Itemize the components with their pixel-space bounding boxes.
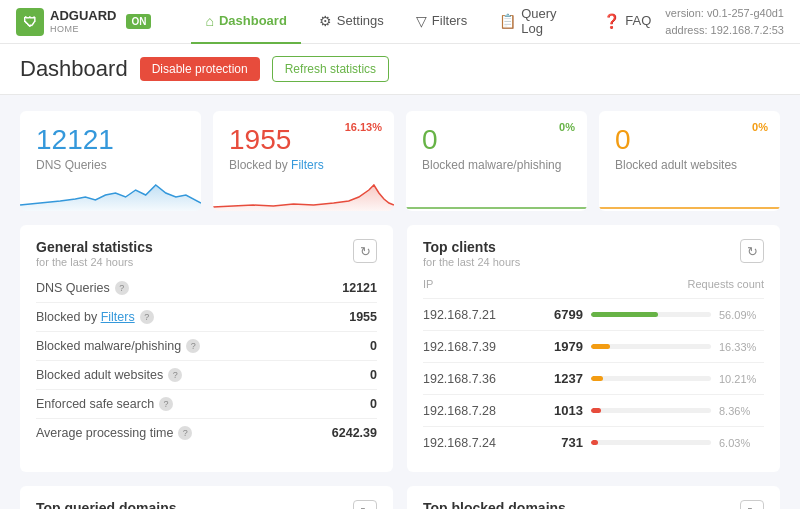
main-content: 12121 DNS Queries 16.13% 1955 [0, 95, 800, 509]
disable-protection-button[interactable]: Disable protection [140, 57, 260, 81]
refresh-statistics-button[interactable]: Refresh statistics [272, 56, 389, 82]
stat-value-safesearch: 0 [370, 397, 377, 411]
page-title: Dashboard [20, 56, 128, 82]
client-ip: 192.168.7.24 [423, 436, 523, 450]
bar-wrap [591, 344, 711, 349]
stat-value-avg-time: 6242.39 [332, 426, 377, 440]
top-blocked-panel: Top blocked domains for the last 24 hour… [407, 486, 780, 509]
logo-text: ADGUARD [50, 9, 116, 23]
client-ip: 192.168.7.36 [423, 372, 523, 386]
clients-table-header: IP Requests count [423, 274, 764, 299]
dns-queries-info-icon[interactable]: ? [115, 281, 129, 295]
version-line2: address: 192.168.7.2:53 [665, 22, 784, 39]
malware-info-icon[interactable]: ? [186, 339, 200, 353]
client-bar-area: 731 6.03% [523, 435, 764, 450]
stat-value-blocked: 1955 [349, 310, 377, 324]
general-stats-header: General statistics for the last 24 hours… [36, 239, 377, 268]
blocked-filters-label: Blocked by Filters [229, 158, 378, 172]
stat-row-safesearch: Enforced safe search ? 0 [36, 390, 377, 419]
nav-link-filters[interactable]: ▽ Filters [402, 0, 481, 44]
clients-col-ip: IP [423, 278, 433, 290]
blocked-filters-percent: 16.13% [345, 121, 382, 133]
top-queried-refresh-button[interactable]: ↻ [353, 500, 377, 509]
blocked-adult-label: Blocked adult websites [615, 158, 764, 172]
stat-label-dns: DNS Queries [36, 281, 110, 295]
stat-row-blocked-filters: Blocked by Filters ? 1955 [36, 303, 377, 332]
client-bar-area: 1979 16.33% [523, 339, 764, 354]
clients-list: 192.168.7.21 6799 56.09% 192.168.7.39 19… [423, 299, 764, 458]
stat-value-dns: 12121 [342, 281, 377, 295]
stat-row-adult: Blocked adult websites ? 0 [36, 361, 377, 390]
stat-row-malware: Blocked malware/phishing ? 0 [36, 332, 377, 361]
bar-fill [591, 408, 601, 413]
client-count: 731 [543, 435, 583, 450]
top-clients-title: Top clients [423, 239, 520, 255]
querylog-icon: 📋 [499, 13, 516, 29]
dashboard-icon: ⌂ [205, 13, 213, 29]
nav-links: ⌂ Dashboard ⚙ Settings ▽ Filters 📋 Query… [191, 0, 665, 44]
blocked-filters-chart [213, 175, 394, 211]
blocked-filters-info-icon[interactable]: ? [140, 310, 154, 324]
client-bar-area: 1013 8.36% [523, 403, 764, 418]
stat-label-malware: Blocked malware/phishing [36, 339, 181, 353]
top-nav: 🛡 ADGUARD HOME ON ⌂ Dashboard ⚙ Settings… [0, 0, 800, 44]
general-stats-panel: General statistics for the last 24 hours… [20, 225, 393, 472]
stat-label-blocked: Blocked by Filters [36, 310, 135, 324]
dns-queries-chart [20, 175, 201, 211]
client-count: 1013 [543, 403, 583, 418]
general-stats-title-block: General statistics for the last 24 hours [36, 239, 153, 268]
nav-link-faq[interactable]: ❓ FAQ [589, 0, 665, 44]
client-pct: 56.09% [719, 309, 764, 321]
general-stats-refresh-button[interactable]: ↻ [353, 239, 377, 263]
top-clients-refresh-button[interactable]: ↻ [740, 239, 764, 263]
top-blocked-refresh-button[interactable]: ↻ [740, 500, 764, 509]
bar-fill [591, 376, 603, 381]
stat-label-adult: Blocked adult websites [36, 368, 163, 382]
logo-shield: 🛡 [16, 8, 44, 36]
nav-link-settings[interactable]: ⚙ Settings [305, 0, 398, 44]
page-header: Dashboard Disable protection Refresh sta… [0, 44, 800, 95]
general-stats-rows: DNS Queries ? 12121 Blocked by Filters ?… [36, 274, 377, 447]
general-stats-title: General statistics [36, 239, 153, 255]
client-pct: 8.36% [719, 405, 764, 417]
top-clients-panel: Top clients for the last 24 hours ↻ IP R… [407, 225, 780, 472]
top-queried-title: Top queried domains [36, 500, 177, 509]
stat-card-blocked-adult: 0% 0 Blocked adult websites [599, 111, 780, 211]
clients-col-requests: Requests count [688, 278, 764, 290]
stats-cards-row: 12121 DNS Queries 16.13% 1955 [20, 111, 780, 211]
dns-queries-label: DNS Queries [36, 158, 185, 172]
stat-card-dns-queries: 12121 DNS Queries [20, 111, 201, 211]
top-clients-header: Top clients for the last 24 hours ↻ [423, 239, 764, 268]
blocked-adult-percent: 0% [752, 121, 768, 133]
top-queried-title-block: Top queried domains for the last 24 hour… [36, 500, 177, 509]
general-stats-subtitle: for the last 24 hours [36, 256, 153, 268]
nav-link-dashboard[interactable]: ⌂ Dashboard [191, 0, 300, 44]
stat-label-safesearch: Enforced safe search [36, 397, 154, 411]
client-row: 192.168.7.39 1979 16.33% [423, 331, 764, 363]
safesearch-info-icon[interactable]: ? [159, 397, 173, 411]
avg-time-info-icon[interactable]: ? [178, 426, 192, 440]
middle-panels-row: General statistics for the last 24 hours… [20, 225, 780, 472]
client-row: 192.168.7.28 1013 8.36% [423, 395, 764, 427]
bar-fill [591, 440, 598, 445]
version-info: version: v0.1-257-g40d1 address: 192.168… [665, 5, 784, 38]
top-queried-header: Top queried domains for the last 24 hour… [36, 500, 377, 509]
nav-link-querylog[interactable]: 📋 Query Log [485, 0, 585, 44]
version-line1: version: v0.1-257-g40d1 [665, 5, 784, 22]
blocked-malware-label: Blocked malware/phishing [422, 158, 571, 172]
bar-wrap [591, 312, 711, 317]
client-bar-area: 1237 10.21% [523, 371, 764, 386]
blocked-malware-chart [406, 175, 587, 211]
bar-fill [591, 344, 610, 349]
client-ip: 192.168.7.21 [423, 308, 523, 322]
top-clients-title-block: Top clients for the last 24 hours [423, 239, 520, 268]
blocked-adult-chart [599, 175, 780, 211]
adult-info-icon[interactable]: ? [168, 368, 182, 382]
logo-area: 🛡 ADGUARD HOME ON [16, 8, 151, 36]
logo-sub: HOME [50, 24, 116, 34]
stat-row-dns-queries: DNS Queries ? 12121 [36, 274, 377, 303]
settings-icon: ⚙ [319, 13, 332, 29]
client-bar-area: 6799 56.09% [523, 307, 764, 322]
top-blocked-title-block: Top blocked domains for the last 24 hour… [423, 500, 566, 509]
logo-text-block: ADGUARD HOME [50, 9, 116, 33]
